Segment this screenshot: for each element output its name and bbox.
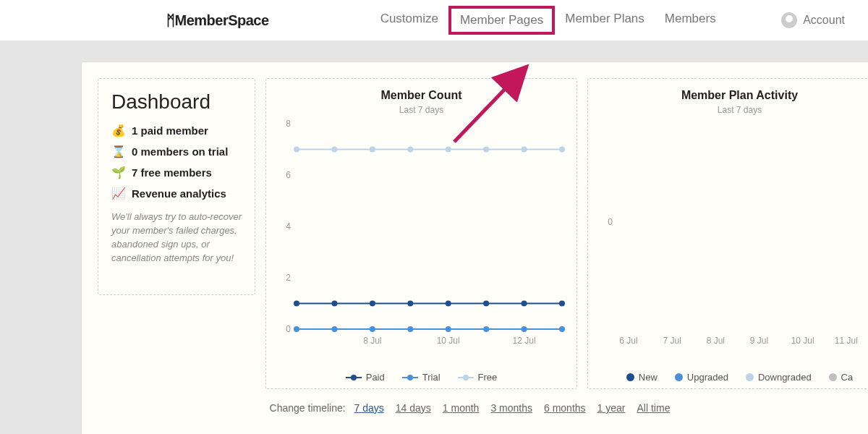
- svg-text:0: 0: [608, 217, 613, 227]
- plan-activity-title: Member Plan Activity: [597, 89, 868, 102]
- svg-text:9 Jul: 9 Jul: [750, 336, 768, 346]
- brand-logo: ᛗMemberSpace: [166, 12, 269, 29]
- nav-member-plans[interactable]: Member Plans: [555, 6, 655, 35]
- legend-item[interactable]: Upgraded: [675, 372, 728, 383]
- stat-paid: 💰1 paid member: [111, 124, 242, 137]
- timeline-option[interactable]: 6 months: [544, 402, 586, 414]
- svg-point-26: [331, 147, 337, 153]
- svg-point-16: [559, 301, 565, 307]
- legend-item[interactable]: Downgraded: [746, 372, 812, 383]
- svg-point-13: [446, 301, 451, 307]
- main-nav: Customize Member Pages Member Plans Memb…: [370, 6, 726, 35]
- svg-text:10 Jul: 10 Jul: [437, 336, 460, 346]
- member-count-title: Member Count: [275, 89, 568, 102]
- brand-text: MemberSpace: [175, 12, 269, 28]
- svg-point-25: [294, 147, 299, 153]
- plan-activity-card: Member Plan Activity Last 7 days 06 Jul7…: [587, 78, 868, 389]
- timeline-option[interactable]: 1 year: [597, 402, 626, 414]
- nav-members[interactable]: Members: [655, 6, 726, 35]
- timeline-option[interactable]: 14 days: [396, 402, 431, 414]
- svg-text:6: 6: [286, 170, 291, 180]
- legend-item[interactable]: Paid: [346, 372, 385, 383]
- svg-point-17: [294, 326, 299, 332]
- plan-activity-legend: NewUpgradedDowngradedCa: [597, 372, 868, 383]
- svg-point-32: [559, 147, 565, 153]
- svg-point-30: [483, 147, 489, 153]
- nav-member-pages[interactable]: Member Pages: [448, 6, 555, 35]
- svg-point-27: [370, 147, 375, 153]
- plan-activity-subtitle: Last 7 days: [597, 105, 868, 115]
- member-count-legend: PaidTrialFree: [275, 372, 568, 383]
- member-count-plot: 024688 Jul10 Jul12 Jul: [275, 119, 568, 365]
- legend-item[interactable]: Ca: [829, 372, 854, 383]
- timeline-option[interactable]: All time: [637, 402, 671, 414]
- account-menu[interactable]: Account: [781, 12, 845, 28]
- chart-icon: 📈: [111, 187, 126, 200]
- svg-point-9: [294, 301, 299, 307]
- svg-point-19: [370, 326, 375, 332]
- legend-item[interactable]: Free: [458, 372, 498, 383]
- stat-revenue-text: Revenue analytics: [132, 187, 226, 200]
- svg-text:11 Jul: 11 Jul: [835, 336, 858, 346]
- dashboard-title: Dashboard: [111, 90, 242, 114]
- svg-text:7 Jul: 7 Jul: [663, 336, 681, 346]
- svg-point-29: [446, 147, 451, 153]
- svg-text:8 Jul: 8 Jul: [363, 336, 381, 346]
- member-count-card: Member Count Last 7 days 024688 Jul10 Ju…: [265, 78, 577, 389]
- account-label: Account: [803, 14, 845, 27]
- page-body: Dashboard 💰1 paid member ⌛0 members on t…: [81, 61, 868, 434]
- legend-item[interactable]: New: [626, 372, 658, 383]
- stat-free: 🌱7 free members: [111, 166, 242, 179]
- svg-point-11: [370, 301, 375, 307]
- dashboard-note: We'll always try to auto-recover your me…: [111, 210, 242, 265]
- stat-trial: ⌛0 members on trial: [111, 145, 242, 158]
- member-count-subtitle: Last 7 days: [275, 105, 568, 115]
- avatar-icon: [781, 12, 797, 28]
- svg-point-20: [407, 326, 413, 332]
- stat-paid-text: 1 paid member: [132, 124, 208, 137]
- svg-point-31: [522, 147, 527, 153]
- svg-text:6 Jul: 6 Jul: [619, 336, 637, 346]
- money-bag-icon: 💰: [111, 124, 126, 137]
- top-nav-bar: ᛗMemberSpace Customize Member Pages Memb…: [0, 0, 868, 41]
- stat-free-text: 7 free members: [132, 166, 212, 179]
- stat-revenue-link[interactable]: 📈Revenue analytics: [111, 187, 242, 200]
- nav-customize[interactable]: Customize: [370, 6, 448, 35]
- plan-activity-plot: 06 Jul7 Jul8 Jul9 Jul10 Jul11 Jul12 Jul: [597, 119, 868, 365]
- svg-text:4: 4: [286, 221, 291, 231]
- svg-point-12: [407, 301, 413, 307]
- seedling-icon: 🌱: [111, 166, 126, 179]
- timeline-option[interactable]: 7 days: [354, 402, 384, 414]
- svg-point-10: [331, 301, 337, 307]
- svg-point-22: [483, 326, 489, 332]
- svg-point-23: [522, 326, 527, 332]
- dashboard-card: Dashboard 💰1 paid member ⌛0 members on t…: [98, 78, 255, 295]
- svg-text:10 Jul: 10 Jul: [791, 336, 814, 346]
- svg-text:0: 0: [286, 324, 291, 334]
- svg-text:8 Jul: 8 Jul: [707, 336, 725, 346]
- svg-point-18: [331, 326, 337, 332]
- timeline-selector: Change timeline: 7 days14 days1 month3 m…: [98, 402, 868, 414]
- timeline-label: Change timeline:: [270, 402, 346, 414]
- svg-point-14: [483, 301, 489, 307]
- legend-item[interactable]: Trial: [402, 372, 441, 383]
- svg-text:8: 8: [286, 119, 291, 129]
- svg-text:12 Jul: 12 Jul: [513, 336, 536, 346]
- svg-point-28: [407, 147, 413, 153]
- svg-text:2: 2: [286, 273, 291, 283]
- svg-point-24: [559, 326, 565, 332]
- stat-trial-text: 0 members on trial: [132, 145, 228, 158]
- svg-point-21: [446, 326, 451, 332]
- timeline-option[interactable]: 1 month: [443, 402, 480, 414]
- svg-point-15: [522, 301, 527, 307]
- hourglass-icon: ⌛: [111, 145, 126, 158]
- timeline-option[interactable]: 3 months: [490, 402, 532, 414]
